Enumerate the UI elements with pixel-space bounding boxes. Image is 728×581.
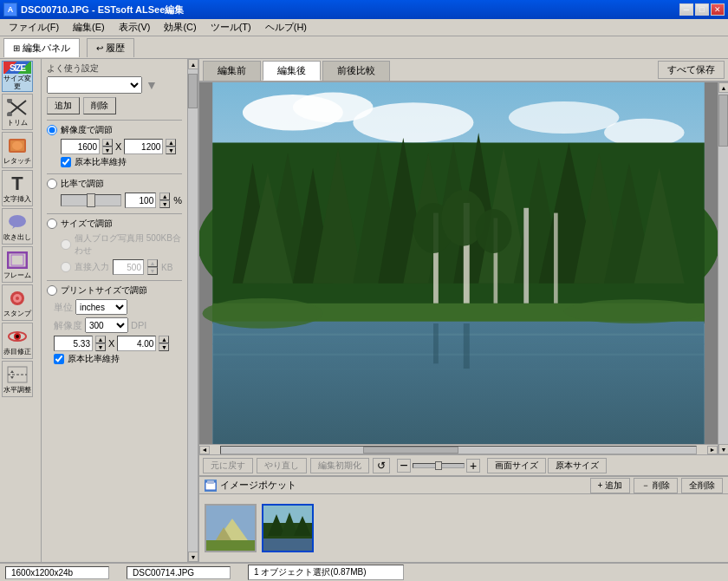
window-title: DSC00710.JPG - ESTsoft ALSee編集 (21, 3, 184, 16)
tool-text[interactable]: T 文字挿入 (2, 170, 33, 206)
preset-select[interactable] (47, 76, 142, 94)
ratio-unit: % (173, 195, 182, 206)
print-width-input[interactable] (54, 336, 93, 351)
pocket-add-button[interactable]: + 追加 (590, 478, 631, 493)
width-input[interactable] (61, 139, 100, 154)
ratio-input[interactable] (125, 193, 156, 208)
hscroll-thumb[interactable] (363, 447, 458, 454)
image-vscroll-down[interactable]: ▼ (718, 444, 728, 454)
app-icon: A (3, 3, 17, 16)
size-radio[interactable] (47, 219, 57, 229)
maximize-button[interactable]: □ (695, 3, 709, 16)
undo-button[interactable]: 元に戻す (203, 458, 253, 473)
image-vscroll-thumb[interactable] (718, 95, 728, 147)
direct-input[interactable] (113, 259, 144, 275)
tool-trim[interactable]: トリム (2, 94, 33, 130)
add-preset-button[interactable]: 追加 (47, 97, 80, 114)
print-aspect-check[interactable] (54, 354, 64, 364)
status-filename: DSC00714.JPG (127, 566, 231, 579)
close-button[interactable]: ✕ (711, 3, 725, 16)
direct-radio[interactable] (61, 262, 71, 272)
width-spinner[interactable]: ▲ ▼ (102, 139, 113, 154)
image-vscroll[interactable]: ▲ ▼ (718, 82, 728, 454)
tab-edit-panel[interactable]: ⊞ 編集パネル (3, 38, 80, 57)
tool-balloon[interactable]: 吹き出し (2, 208, 33, 245)
svg-rect-54 (212, 343, 705, 344)
aspect-ratio-check[interactable] (61, 157, 71, 167)
tab-compare[interactable]: 前後比較 (322, 61, 390, 81)
tool-size[interactable]: SIZE サイズ変更 (2, 61, 33, 92)
print-radio[interactable] (47, 285, 57, 296)
original-size-button[interactable]: 原本サイズ (548, 458, 607, 473)
aspect-ratio-label: 原本比率維持 (75, 156, 127, 168)
zoom-slider[interactable] (413, 463, 465, 468)
svg-rect-66 (206, 540, 257, 552)
rotate-ccw-button[interactable]: ↺ (373, 458, 390, 473)
zoom-minus-button[interactable]: − (397, 459, 411, 473)
vscroll-thumb[interactable] (188, 74, 198, 108)
pocket-delete-button[interactable]: － 削除 (634, 478, 678, 493)
print-width-spinner[interactable]: ▲ ▼ (95, 336, 106, 351)
menu-help[interactable]: ヘルプ(H) (258, 19, 314, 36)
svg-point-11 (16, 297, 19, 300)
tab-before[interactable]: 編集前 (203, 61, 261, 81)
resolution-radio[interactable] (47, 125, 57, 135)
vscroll-down[interactable]: ▼ (188, 552, 198, 562)
screen-size-button[interactable]: 画面サイズ (487, 458, 546, 473)
image-vscroll-up[interactable]: ▲ (718, 82, 728, 93)
thumbnail-1[interactable] (205, 504, 257, 552)
redeye-icon (7, 326, 28, 347)
image-vscroll-track (718, 93, 728, 444)
unit-select[interactable]: inches (75, 299, 127, 315)
minimize-button[interactable]: ─ (679, 3, 693, 16)
ratio-slider[interactable] (61, 194, 121, 206)
hscroll-left[interactable]: ◄ (199, 446, 210, 454)
dpi-unit: DPI (131, 320, 146, 330)
tool-retouch[interactable]: レタッチ (2, 132, 33, 168)
menu-effects[interactable]: 効果(C) (157, 19, 203, 36)
dpi-select[interactable]: 300 (85, 317, 128, 333)
menu-view[interactable]: 表示(V) (112, 19, 158, 36)
reset-button[interactable]: 編集初期化 (310, 458, 369, 473)
redo-button[interactable]: やり直し (257, 458, 307, 473)
dpi-label: 解像度 (54, 319, 82, 332)
save-all-button[interactable]: すべて保存 (658, 61, 725, 79)
status-resolution: 1600x1200x24b (5, 566, 109, 579)
blog-radio[interactable] (61, 239, 71, 250)
frame-label: フレーム (3, 272, 31, 280)
tool-frame[interactable]: フレーム (2, 246, 33, 283)
delete-preset-button[interactable]: 削除 (83, 97, 116, 114)
blog-radio-label: 個人ブログ写真用 500KB合わせ (75, 232, 182, 257)
height-input[interactable] (124, 139, 163, 154)
tab-after[interactable]: 編集後 (263, 61, 321, 81)
vscroll-up[interactable]: ▲ (188, 59, 198, 69)
menu-tools[interactable]: ツール(T) (204, 19, 258, 36)
height-spinner[interactable]: ▲ ▼ (166, 139, 176, 154)
svg-rect-56 (212, 369, 705, 369)
svg-point-59 (203, 298, 323, 329)
direct-spinner[interactable]: ▲ ▼ (147, 259, 158, 275)
menu-file[interactable]: ファイル(F) (2, 19, 66, 36)
size-icon: SIZE (3, 62, 31, 74)
left-panel-scrollbar[interactable]: ▲ ▼ (187, 59, 198, 562)
image-hscroll[interactable]: ◄ ► (199, 444, 718, 454)
ratio-radio[interactable] (47, 179, 57, 189)
pocket-delete-all-button[interactable]: 全削除 (681, 478, 723, 493)
zoom-thumb[interactable] (435, 461, 442, 470)
text-icon: T (7, 173, 28, 194)
menu-edit[interactable]: 編集(E) (66, 19, 112, 36)
tab-history[interactable]: ↩ 履歴 (87, 38, 134, 57)
zoom-plus-button[interactable]: + (466, 459, 480, 473)
tool-redeye[interactable]: 赤目修正 (2, 323, 33, 359)
ratio-spinner[interactable]: ▲ ▼ (159, 193, 170, 208)
thumbnail-2[interactable] (262, 504, 314, 552)
vscroll-track (188, 69, 198, 552)
tool-stamp[interactable]: スタンプ (2, 284, 33, 321)
print-height-spinner[interactable]: ▲ ▼ (159, 336, 169, 351)
hscroll-right[interactable]: ► (707, 446, 718, 454)
svg-point-4 (12, 141, 23, 150)
unit-label: 単位 (54, 301, 73, 314)
svg-point-5 (9, 215, 26, 227)
tool-horizontal[interactable]: 水平調整 (2, 361, 33, 397)
print-height-input[interactable] (117, 336, 156, 351)
